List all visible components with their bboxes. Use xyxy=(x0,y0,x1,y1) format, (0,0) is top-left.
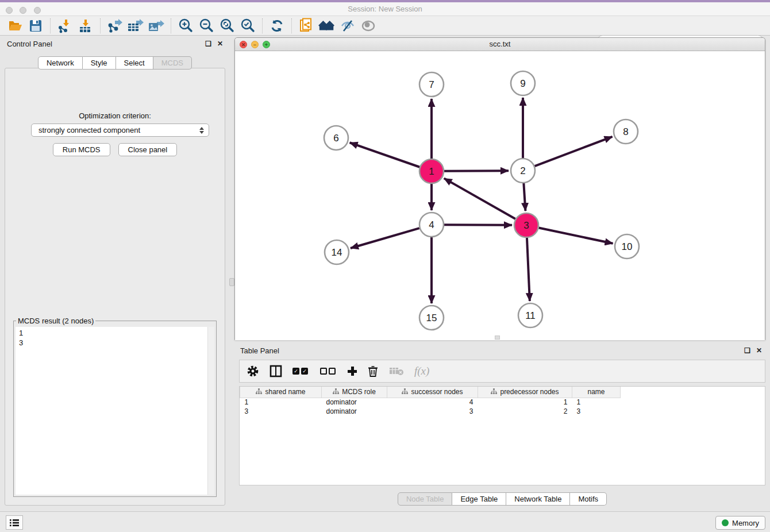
table-cell[interactable]: 3 xyxy=(572,407,621,416)
table-cell[interactable]: 1 xyxy=(572,398,621,407)
tab-network[interactable]: Network xyxy=(38,56,83,70)
node-15[interactable]: 15 xyxy=(419,306,444,330)
node-9[interactable]: 9 xyxy=(511,71,535,95)
edge-4-3[interactable] xyxy=(444,225,512,225)
node-14[interactable]: 14 xyxy=(325,240,349,264)
function-builder-icon[interactable]: f(x) xyxy=(414,364,429,379)
node-1[interactable]: 1 xyxy=(419,159,444,183)
close-table-panel-icon[interactable]: ✕ xyxy=(756,346,762,354)
close-panel-icon[interactable]: ✕ xyxy=(217,40,223,48)
maximize-view-button[interactable]: + xyxy=(263,41,270,48)
zoom-fit-icon[interactable] xyxy=(218,18,236,34)
column-layout-icon[interactable] xyxy=(270,364,282,379)
tab-edge-table[interactable]: Edge Table xyxy=(452,492,506,506)
table-cell[interactable]: 1 xyxy=(240,398,322,407)
table-cell[interactable]: dominator xyxy=(322,407,387,416)
node-4[interactable]: 4 xyxy=(419,213,444,237)
open-session-icon[interactable] xyxy=(6,18,24,34)
memory-button[interactable]: Memory xyxy=(715,516,765,530)
edge-4-14[interactable] xyxy=(351,228,419,248)
column-header-successor-nodes[interactable]: successor nodes xyxy=(387,387,478,398)
network-window-titlebar[interactable]: ✕ − + scc.txt xyxy=(235,38,765,51)
edge-3-10[interactable] xyxy=(539,228,613,244)
node-8[interactable]: 8 xyxy=(614,119,638,144)
toolbar-separator xyxy=(262,18,263,33)
close-window-button[interactable] xyxy=(6,7,13,14)
run-mcds-button[interactable]: Run MCDS xyxy=(53,143,110,156)
refresh-icon[interactable] xyxy=(268,18,286,34)
table-cell[interactable]: 3 xyxy=(240,407,322,416)
node-11[interactable]: 11 xyxy=(518,303,542,327)
zoom-window-button[interactable] xyxy=(34,7,41,14)
application-window: Session: New Session xyxy=(0,0,770,532)
import-network-icon[interactable] xyxy=(56,18,74,34)
table-row[interactable]: 1dominator411 xyxy=(240,398,621,407)
table-cell[interactable]: 2 xyxy=(478,407,572,416)
mcds-result-list[interactable]: 1 3 xyxy=(16,327,214,495)
column-header-MCDS-role[interactable]: MCDS role xyxy=(322,387,387,398)
control-panel-tabs: NetworkStyleSelectMCDS xyxy=(0,56,230,70)
table-cell[interactable]: dominator xyxy=(322,398,387,407)
edge-3-11[interactable] xyxy=(527,238,530,301)
node-10[interactable]: 10 xyxy=(615,234,639,259)
tab-motifs[interactable]: Motifs xyxy=(570,492,607,506)
network-file-icon[interactable] xyxy=(298,18,315,34)
select-all-checks-icon[interactable]: ✓✓ xyxy=(292,364,310,379)
zoom-out-icon[interactable] xyxy=(198,18,215,34)
home-icon[interactable] xyxy=(318,18,336,34)
export-table-icon[interactable] xyxy=(127,18,144,34)
minimize-window-button[interactable] xyxy=(20,7,26,14)
network-view-window[interactable]: ✕ − + scc.txt 7968124314101511 xyxy=(234,37,765,340)
column-header-shared-name[interactable]: shared name xyxy=(240,387,322,398)
import-table-icon[interactable] xyxy=(77,18,94,34)
tab-mcds[interactable]: MCDS xyxy=(153,56,192,70)
table-panel-title: Table Panel xyxy=(240,346,738,355)
svg-text:10: 10 xyxy=(622,241,633,252)
delete-table-icon[interactable] xyxy=(389,364,404,379)
close-panel-button[interactable]: Close panel xyxy=(118,143,178,156)
network-scroll-grip[interactable] xyxy=(495,336,500,340)
delete-column-icon[interactable] xyxy=(367,364,379,379)
show-eye-icon[interactable] xyxy=(360,18,377,34)
node-6[interactable]: 6 xyxy=(324,126,348,150)
column-header-name[interactable]: name xyxy=(572,387,621,398)
node-table[interactable]: shared nameMCDS rolesuccessor nodesprede… xyxy=(239,386,765,485)
zoom-selected-icon[interactable] xyxy=(239,18,256,34)
table-row[interactable]: 3dominator323 xyxy=(240,407,621,416)
edge-1-6[interactable] xyxy=(350,142,420,167)
deselect-checks-icon[interactable] xyxy=(320,364,337,379)
table-cell[interactable]: 3 xyxy=(387,407,478,416)
tab-select[interactable]: Select xyxy=(116,56,153,70)
node-2[interactable]: 2 xyxy=(511,159,535,183)
gear-icon[interactable] xyxy=(247,364,259,379)
table-cell[interactable]: 4 xyxy=(387,398,478,407)
table-cell[interactable]: 1 xyxy=(478,398,572,407)
edge-1-2[interactable] xyxy=(444,171,509,171)
node-7[interactable]: 7 xyxy=(419,72,444,97)
tab-node-table[interactable]: Node Table xyxy=(398,492,453,506)
titlebar[interactable]: Session: New Session xyxy=(0,2,770,16)
edge-2-8[interactable] xyxy=(535,137,613,166)
add-column-icon[interactable] xyxy=(348,364,357,379)
zoom-in-icon[interactable] xyxy=(177,18,194,34)
export-network-icon[interactable] xyxy=(106,18,124,34)
network-graph-canvas[interactable]: 7968124314101511 xyxy=(235,51,765,340)
criterion-dropdown[interactable]: strongly connected component xyxy=(31,124,209,137)
minimize-view-button[interactable]: − xyxy=(251,41,259,48)
save-session-icon[interactable] xyxy=(27,18,44,34)
edge-2-3[interactable] xyxy=(523,183,525,211)
panel-divider-grip[interactable] xyxy=(229,278,234,286)
tab-network-table[interactable]: Network Table xyxy=(506,492,570,506)
node-3[interactable]: 3 xyxy=(514,213,538,237)
network-window-controls: ✕ − + xyxy=(240,41,270,48)
close-view-button[interactable]: ✕ xyxy=(240,41,247,48)
export-image-icon[interactable] xyxy=(148,18,165,34)
task-history-button[interactable] xyxy=(6,515,23,530)
edge-3-1[interactable] xyxy=(444,178,515,219)
column-header-predecessor-nodes[interactable]: predecessor nodes xyxy=(478,387,572,398)
hide-selected-icon[interactable] xyxy=(339,18,356,34)
float-table-panel-icon[interactable]: ❑ xyxy=(744,346,750,354)
tab-style[interactable]: Style xyxy=(83,56,116,70)
float-panel-icon[interactable]: ❑ xyxy=(205,40,211,48)
result-scrollbar[interactable] xyxy=(207,327,214,495)
